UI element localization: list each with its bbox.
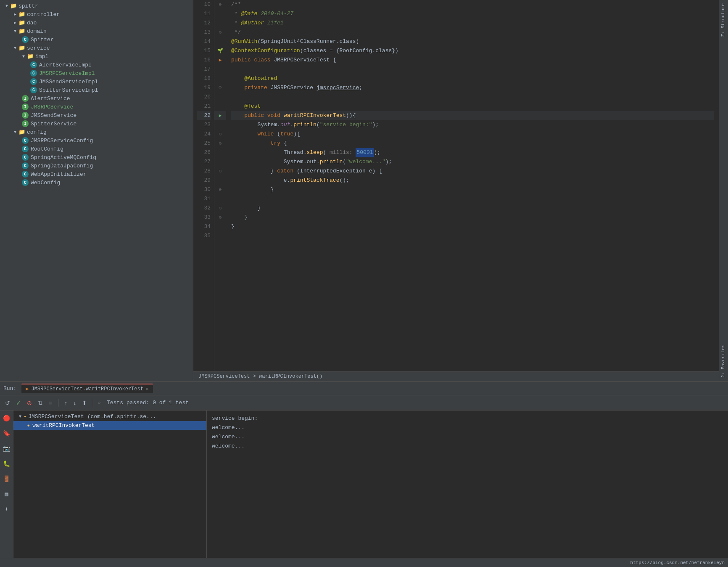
status-bar: https://blog.csdn.net/hefrankeleyn (0, 558, 728, 567)
arrow-icon: ▼ (12, 130, 18, 135)
favorites-label[interactable]: 2: Favorites (719, 341, 728, 381)
run-panel: Run: ▶ JMSRPCServiceTest.waritRPCInvoker… (0, 381, 728, 558)
code-line-32: } (231, 204, 714, 213)
run-tab-jmsrpc[interactable]: ▶ JMSRPCServiceTest.waritRPCInvokerTest … (21, 384, 153, 393)
code-line-34: } (231, 222, 714, 231)
arrow-icon: ▼ (12, 29, 18, 34)
test-root-item[interactable]: ▼ ✦ JMSRPCServiceTest (com.hef.spittr.se… (13, 412, 206, 421)
toolbar-separator (58, 399, 58, 407)
side-icon-refresh[interactable]: 🐛 (1, 458, 13, 469)
sidebar-item-rootconfig[interactable]: C RootConfig (0, 145, 193, 153)
sidebar-item-spitter[interactable]: C Spitter (0, 35, 193, 44)
expand-arrow: ▼ (17, 414, 24, 419)
sidebar-item-spitterserviceimpl[interactable]: C SpitterServiceImpl (0, 86, 193, 94)
sidebar-item-config[interactable]: ▼ 📁 config (0, 128, 193, 136)
sidebar-item-jmssendservice[interactable]: I JMSSendService (0, 111, 193, 119)
close-icon[interactable]: ✕ (146, 386, 149, 392)
code-line-26: Thread.sleep( millis: 5000l); (231, 148, 714, 157)
class-badge-c: C (22, 179, 29, 186)
code-line-22: public void waritRPCInvokerTest(){ (231, 111, 714, 120)
sidebar-item-spittr[interactable]: ▼ 📁 spittr (0, 2, 193, 10)
code-line-13: */ (231, 28, 714, 37)
line-numbers: 10 11 12 13 14 15 16 17 18 19 20 21 22 2… (193, 0, 214, 371)
sidebar-item-service[interactable]: ▼ 📁 service (0, 44, 193, 52)
sidebar-item-domain[interactable]: ▼ 📁 domain (0, 27, 193, 35)
test-item-label: waritRPCInvokerTest (32, 422, 95, 429)
sidebar-item-spitterservice[interactable]: I SpitterService (0, 119, 193, 128)
test-tree[interactable]: ▼ ✦ JMSRPCServiceTest (com.hef.spittr.se… (13, 411, 207, 558)
side-icon-grid[interactable]: ▦ (1, 488, 13, 500)
side-icon-rerun[interactable]: 🔴 (1, 412, 13, 424)
arrow-icon: ▼ (12, 46, 18, 50)
side-icon-down-arrow[interactable]: ⬇ (1, 503, 13, 515)
sidebar-item-alertserviceimpl[interactable]: C AlertServiceImpl (0, 61, 193, 69)
sidebar-label: spittr (18, 3, 38, 9)
code-line-33: } (231, 213, 714, 222)
stop-button[interactable]: ⊘ (25, 399, 34, 407)
code-line-28: } catch (InterruptedException e) { (231, 167, 714, 176)
sidebar-item-impl[interactable]: ▼ 📁 impl (0, 52, 193, 61)
code-line-12: * @Author lifei (231, 19, 714, 28)
sidebar-item-jmsrpcserviceimpl[interactable]: C JMSRPCServiceImpl (0, 69, 193, 77)
test-item-warit[interactable]: ✦ waritRPCInvokerTest (13, 421, 206, 430)
breadcrumb: JMSRPCServiceTest > waritRPCInvokerTest(… (193, 371, 719, 381)
class-badge-c: C (22, 36, 29, 43)
sidebar-item-jmssendserviceimpl[interactable]: C JMSSendServiceImpl (0, 77, 193, 86)
arrow-icon: ▶ (12, 12, 18, 17)
sidebar-item-controller[interactable]: ▶ 📁 controller (0, 10, 193, 19)
code-line-23: System.out.println("service begin:"); (231, 120, 714, 130)
code-line-18: @Autowired (231, 74, 714, 83)
export-button[interactable]: ⬆ (80, 399, 89, 407)
sort-button[interactable]: ⇅ (36, 399, 45, 407)
output-panel: service begin: welcome... welcome... wel… (207, 411, 728, 558)
class-badge-c: C (22, 154, 29, 161)
sidebar-label: SpitterServiceImpl (39, 87, 98, 93)
side-icon-bookmark[interactable]: 🔖 (1, 427, 13, 439)
gutter: ⊖ ⊖ 🌱 ▶ ⟳ ▶ ⊖ ⊖ ⊖ ⊖ (214, 0, 226, 371)
interface-badge-i: I (22, 120, 29, 127)
group-button[interactable]: ≡ (47, 399, 54, 407)
project-sidebar[interactable]: ▼ 📁 spittr ▶ 📁 controller ▶ 📁 dao ▼ 📁 do… (0, 0, 193, 381)
sidebar-item-jmsrpcservice[interactable]: I JMSRPCService (0, 103, 193, 111)
sidebar-label: JMSRPCService (31, 104, 73, 110)
sidebar-label: service (27, 45, 50, 51)
code-line-16: public class JMSRPCServiceTest { (231, 56, 714, 65)
output-line-3: welcome... (212, 432, 723, 442)
sidebar-label: SpringDataJpaConfig (31, 163, 93, 169)
class-badge-c: C (30, 70, 37, 77)
class-badge-c: C (22, 171, 29, 178)
sidebar-item-webconfig[interactable]: C WebConfig (0, 178, 193, 187)
side-icon-camera[interactable]: 📷 (1, 442, 13, 454)
sidebar-item-jmsrpcserviceconfig[interactable]: C JMSRPCServiceConfig (0, 136, 193, 145)
sidebar-item-springdatajpaconfig[interactable]: C SpringDataJpaConfig (0, 162, 193, 170)
sidebar-label: WebConfig (31, 180, 60, 186)
run-toolbar: ↺ ✓ ⊘ ⇅ ≡ ↑ ↓ ⬆ » Tests passed: 0 of 1 t… (0, 395, 728, 411)
sidebar-item-alertservice[interactable]: I AlertService (0, 94, 193, 103)
sidebar-item-dao[interactable]: ▶ 📁 dao (0, 19, 193, 27)
pass-button[interactable]: ✓ (14, 399, 23, 407)
code-line-21: @Test (231, 102, 714, 111)
up-button[interactable]: ↑ (63, 399, 69, 407)
code-line-14: @RunWith(SpringJUnit4ClassRunner.class) (231, 37, 714, 46)
arrow-icon: ▼ (20, 54, 27, 59)
code-line-19: private JMSRPCService jmsrpcService; (231, 83, 714, 93)
rerun-button[interactable]: ↺ (3, 399, 12, 407)
code-line-27: System.out.println("welcome..."); (231, 157, 714, 167)
breadcrumb-class: JMSRPCServiceTest > waritRPCInvokerTest(… (198, 374, 322, 379)
sidebar-label: dao (27, 20, 37, 26)
sidebar-item-springactivemqconfig[interactable]: C SpringActiveMQConfig (0, 153, 193, 162)
run-side-icons: 🔴 🔖 📷 🐛 🚪 ▦ ⬇ (0, 411, 13, 558)
arrow-icon: ▼ (3, 4, 10, 8)
sidebar-label: impl (35, 53, 48, 60)
sidebar-label: SpitterService (31, 121, 76, 127)
code-editor: 10 11 12 13 14 15 16 17 18 19 20 21 22 2… (193, 0, 719, 381)
side-icon-login[interactable]: 🚪 (1, 473, 13, 485)
sidebar-item-webappinitializer[interactable]: C WebAppInitializer (0, 170, 193, 178)
down-button[interactable]: ↓ (71, 399, 78, 407)
output-line-2: welcome... (212, 423, 723, 432)
code-content[interactable]: /** * @Date 2019-04-27 * @Author lifei *… (226, 0, 719, 371)
structure-label[interactable]: Z: Structure (719, 0, 728, 40)
run-tab-label: JMSRPCServiceTest.waritRPCInvokerTest (31, 386, 143, 392)
tests-status: Tests passed: 0 of 1 test (107, 400, 189, 406)
sidebar-label: config (27, 129, 47, 135)
